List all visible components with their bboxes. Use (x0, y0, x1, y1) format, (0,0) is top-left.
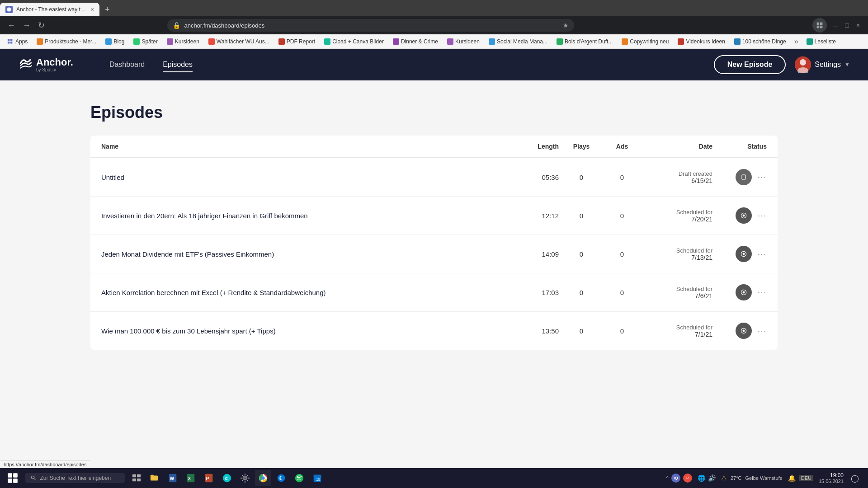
svg-point-21 (743, 330, 745, 332)
back-button[interactable]: ← (5, 19, 17, 32)
taskbar-chrome[interactable] (255, 470, 271, 486)
bookmark-bois[interactable]: Bois d'Argent Duft... (553, 38, 616, 46)
bookmark-copywriting[interactable]: Copywriting neu (618, 38, 672, 46)
episode-more-button-untitled[interactable]: ⋯ (757, 172, 767, 183)
taskbar-spotify[interactable] (291, 470, 307, 486)
tray-icon-2[interactable]: P (683, 474, 692, 483)
bookmark-favicon (734, 38, 741, 45)
notification-center-icon[interactable]: ◯ (849, 474, 861, 483)
taskbar-word[interactable]: W (165, 470, 181, 486)
settings-section[interactable]: Settings ▼ (795, 56, 850, 73)
bookmark-social[interactable]: Social Media Mana... (485, 38, 551, 46)
bookmark-apps[interactable]: Apps (4, 38, 31, 46)
page-title: Episodes (90, 103, 778, 122)
episode-more-button-dividende[interactable]: ⋯ (757, 249, 767, 259)
bookmark-favicon (278, 38, 285, 45)
extensions-button[interactable] (812, 18, 827, 33)
bookmark-blog[interactable]: Blog (102, 38, 128, 46)
bookmark-produktsuche[interactable]: Produktsuche - Mer... (33, 38, 100, 46)
episode-status-icon-scheduled-1[interactable] (736, 207, 752, 224)
bookmark-kursideen2[interactable]: Kursideen (443, 38, 483, 46)
taskbar-excel[interactable]: X (183, 470, 199, 486)
bookmark-kursideen[interactable]: Kursideen (163, 38, 203, 46)
episode-status-icon-scheduled-4[interactable] (736, 323, 752, 339)
episode-status-icon-scheduled-3[interactable] (736, 284, 752, 300)
app-header: Anchor. by Spotify Dashboard Episodes Ne… (0, 49, 868, 80)
taskbar-edge[interactable] (273, 470, 289, 486)
bookmarks-more-button[interactable]: » (792, 37, 801, 47)
close-browser-button[interactable]: × (854, 19, 863, 31)
new-episode-button[interactable]: New Episode (714, 55, 786, 74)
tray-icon-1[interactable]: IQ (671, 474, 680, 483)
tray-expand-icon[interactable]: ^ (666, 475, 669, 481)
bookmark-100dinge[interactable]: 100 schöne Dinge (731, 38, 790, 46)
col-header-name: Name (101, 143, 495, 150)
bookmark-wahlfacher[interactable]: Wahlfächer WU Aus... (205, 38, 273, 46)
bookmark-videokurs[interactable]: Videokurs Ideen (674, 38, 729, 46)
taskbar-calendar[interactable]: 15 (309, 470, 326, 486)
bookmark-favicon (324, 38, 330, 45)
nav-dashboard[interactable]: Dashboard (109, 57, 145, 72)
url-display[interactable]: anchor.fm/dashboard/episodes (184, 22, 559, 29)
bookmark-label: Bois d'Argent Duft... (565, 38, 613, 45)
taskbar-search-input[interactable] (40, 475, 119, 481)
taskbar-file-explorer[interactable] (146, 470, 163, 486)
svg-text:P: P (206, 476, 209, 481)
episode-length-wie: 13:50 (495, 327, 559, 335)
bookmark-label: Social Media Mana... (497, 38, 547, 45)
network-icon[interactable]: 🌐 (698, 474, 705, 482)
active-tab[interactable]: Anchor - The easiest way to mai... × (0, 3, 99, 16)
episode-date-status-aktien: Scheduled for (640, 286, 712, 292)
logo-anchor-text: Anchor. (36, 57, 73, 67)
svg-rect-22 (8, 473, 12, 478)
bookmark-pdf[interactable]: PDF Report (275, 38, 319, 46)
bookmark-star-icon[interactable]: ★ (563, 22, 569, 29)
episode-length-investieren: 12:12 (495, 212, 559, 220)
bookmark-label: Leseliste (815, 38, 836, 45)
taskbar-powerpoint[interactable]: P (201, 470, 217, 486)
logo-icon (18, 56, 33, 74)
episode-more-button-investieren[interactable]: ⋯ (757, 210, 767, 221)
taskbar-clock[interactable]: 19:00 15.06.2021 (819, 472, 844, 484)
taskbar-apps: W X P C (128, 470, 326, 486)
taskbar-taskview[interactable] (128, 470, 145, 486)
episode-ads-dividende: 0 (604, 250, 640, 258)
svg-rect-24 (8, 479, 12, 483)
bookmark-leseliste[interactable]: Leseliste (803, 38, 840, 46)
episode-ads-untitled: 0 (604, 174, 640, 181)
svg-text:C: C (225, 476, 228, 481)
bookmark-spaeter[interactable]: Später (130, 38, 161, 46)
weather-label: Gelbe Warnstufe (745, 475, 783, 481)
nav-episodes[interactable]: Episodes (163, 57, 193, 72)
bookmark-label: Kursideen (455, 38, 480, 45)
episode-name-investieren[interactable]: Investieren in den 20ern: Als 18 jährige… (101, 211, 495, 221)
taskbar-settings[interactable] (237, 470, 253, 486)
episode-length-dividende: 14:09 (495, 250, 559, 258)
bookmark-dinner[interactable]: Dinner & Crime (389, 38, 442, 46)
close-tab-button[interactable]: × (90, 6, 94, 13)
episode-more-button-aktien[interactable]: ⋯ (757, 287, 767, 298)
minimize-button[interactable]: – (830, 19, 840, 32)
episode-status-icon-scheduled-2[interactable] (736, 246, 752, 262)
episode-ads-aktien: 0 (604, 289, 640, 296)
notifications-icon[interactable]: 🔔 (788, 474, 796, 482)
bookmark-canva[interactable]: Cload + Canva Bilder (321, 38, 387, 46)
episode-name-aktien[interactable]: Aktien Korrelation berechnen mit Excel (… (101, 288, 495, 297)
start-button[interactable] (4, 469, 22, 487)
taskbar-search[interactable] (25, 473, 125, 483)
episode-name-wie[interactable]: Wie man 100.000 € bis zum 30 Lebensjahr … (101, 326, 495, 336)
svg-rect-29 (137, 474, 141, 477)
episode-name-untitled[interactable]: Untitled (101, 173, 495, 182)
svg-point-15 (743, 215, 745, 217)
episode-name-dividende[interactable]: Jeden Monat Dividende mit ETF's (Passive… (101, 249, 495, 259)
col-header-plays: Plays (559, 143, 604, 150)
volume-icon[interactable]: 🔊 (708, 474, 716, 482)
forward-button[interactable]: → (21, 19, 33, 32)
episode-more-button-wie[interactable]: ⋯ (757, 325, 767, 336)
reload-button[interactable]: ↻ (36, 19, 47, 32)
episode-status-icon-draft[interactable] (736, 169, 752, 185)
maximize-button[interactable]: □ (842, 19, 851, 31)
logo-spotify-text: by Spotify (36, 67, 73, 72)
taskbar-canva[interactable]: C (219, 470, 235, 486)
new-tab-button[interactable]: + (99, 3, 115, 16)
